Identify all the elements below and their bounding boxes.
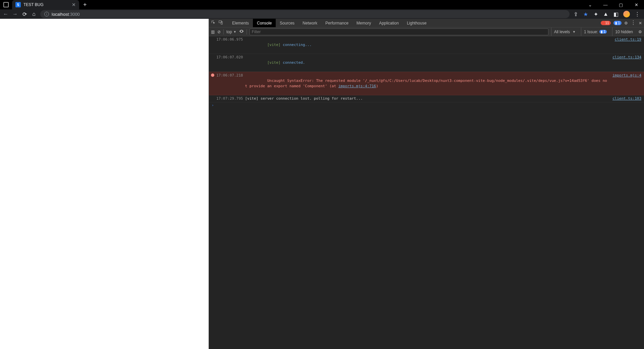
- omnibox[interactable]: i localhost:3000: [40, 10, 570, 18]
- chevron-down-icon[interactable]: ⌄: [582, 0, 598, 9]
- log-timestamp: 17:07:29.795: [216, 96, 243, 101]
- tab-elements[interactable]: Elements: [228, 19, 253, 27]
- issues-button[interactable]: 1 Issue: ▮ 1: [581, 28, 609, 36]
- tab-search-button[interactable]: [0, 0, 12, 9]
- log-message: [vite] connected.: [245, 55, 609, 71]
- site-info-icon[interactable]: i: [44, 12, 49, 16]
- devtools-menu-icon[interactable]: [631, 22, 636, 24]
- content-area: Elements Console Sources Network Perform…: [0, 19, 644, 349]
- log-message: [vite] connecting...: [245, 37, 611, 53]
- browser-titlebar: 5 TEST BUG ✕ + ⌄ — ▢ ✕: [0, 0, 644, 9]
- log-source-link[interactable]: client.ts:103: [612, 96, 641, 101]
- devtools-tabbar: Elements Console Sources Network Perform…: [209, 19, 644, 28]
- tab-network[interactable]: Network: [299, 19, 321, 27]
- log-timestamp: 17:06:06.975: [216, 37, 243, 42]
- devtools-close-icon[interactable]: ✕: [639, 21, 642, 26]
- devtools-settings-icon[interactable]: ⚙: [624, 21, 628, 26]
- share-icon[interactable]: ⇪: [573, 11, 578, 17]
- tab-sources[interactable]: Sources: [276, 19, 299, 27]
- console-filter-input[interactable]: [250, 29, 548, 35]
- forward-button[interactable]: →: [12, 11, 18, 17]
- extensions-icon[interactable]: ✦: [593, 11, 598, 17]
- tab-close-icon[interactable]: ✕: [72, 2, 76, 7]
- devtools-panel: Elements Console Sources Network Perform…: [209, 19, 644, 349]
- url-port: :3000: [69, 12, 80, 17]
- tab-title: TEST BUG: [23, 2, 69, 7]
- sidepanel-icon[interactable]: ◧: [613, 11, 619, 17]
- log-row[interactable]: 17:06:07.020 [vite] connected. client.ts…: [209, 54, 644, 72]
- log-timestamp: 17:06:07.218: [216, 73, 243, 78]
- live-expression-icon[interactable]: [239, 29, 244, 35]
- hidden-messages-label[interactable]: 10 hidden: [612, 28, 636, 36]
- bookmark-star-icon[interactable]: ★: [583, 11, 588, 17]
- tab-console[interactable]: Console: [253, 19, 276, 27]
- clear-console-icon[interactable]: ⊘: [217, 30, 221, 34]
- console-toolbar: ▥ ⊘ top ▼ All levels▼ 1 Issue: ▮ 1 10 hi…: [209, 28, 644, 36]
- error-source-link[interactable]: imports.mjs:4:716: [338, 84, 376, 88]
- url-host: localhost: [52, 12, 69, 17]
- error-count-badge[interactable]: 11: [601, 21, 611, 25]
- log-message: Uncaught SyntaxError: The requested modu…: [245, 73, 609, 94]
- log-source-link[interactable]: imports.mjs:4: [612, 73, 641, 78]
- log-levels-dropdown[interactable]: All levels▼: [551, 28, 578, 36]
- tab-application[interactable]: Application: [375, 19, 403, 27]
- tab-favicon: 5: [15, 2, 21, 7]
- menu-icon[interactable]: [635, 13, 640, 15]
- back-button[interactable]: ←: [3, 11, 9, 17]
- log-row[interactable]: 17:06:06.975 [vite] connecting... client…: [209, 36, 644, 54]
- page-viewport[interactable]: [0, 19, 209, 349]
- browser-tab[interactable]: 5 TEST BUG ✕: [12, 0, 79, 9]
- home-button[interactable]: ⌂: [31, 11, 37, 17]
- tabs-area: 5 TEST BUG ✕ +: [0, 0, 91, 9]
- console-prompt[interactable]: ›: [209, 102, 644, 108]
- close-window-button[interactable]: ✕: [629, 0, 644, 9]
- info-count-badge[interactable]: ▮ 1: [613, 21, 622, 25]
- reload-button[interactable]: ⟳: [21, 11, 28, 17]
- log-timestamp: 17:06:07.020: [216, 55, 243, 60]
- toggle-console-sidebar-icon[interactable]: ▥: [211, 30, 215, 34]
- profile-icon[interactable]: ▲: [603, 11, 608, 17]
- tab-performance[interactable]: Performance: [321, 19, 353, 27]
- window-controls: ⌄ — ▢ ✕: [582, 0, 644, 9]
- log-message: [vite] server connection lost. polling f…: [245, 96, 609, 101]
- log-row-error[interactable]: 17:06:07.218 Uncaught SyntaxError: The r…: [209, 72, 644, 95]
- inspect-element-icon[interactable]: [211, 20, 216, 26]
- address-bar: ← → ⟳ ⌂ i localhost:3000 ⇪ ★ ✦ ▲ ◧: [0, 9, 644, 19]
- log-source-link[interactable]: client.ts:19: [615, 37, 641, 42]
- toolbar-right: ⇪ ★ ✦ ▲ ◧: [573, 11, 641, 17]
- log-row[interactable]: 17:07:29.795 [vite] server connection lo…: [209, 95, 644, 102]
- execution-context-dropdown[interactable]: top ▼: [226, 30, 236, 34]
- avatar[interactable]: [623, 11, 630, 17]
- console-output[interactable]: 17:06:06.975 [vite] connecting... client…: [209, 36, 644, 349]
- new-tab-button[interactable]: +: [79, 1, 91, 8]
- console-settings-icon[interactable]: ⚙: [638, 30, 642, 34]
- log-source-link[interactable]: client.ts:134: [612, 55, 641, 60]
- tab-memory[interactable]: Memory: [353, 19, 375, 27]
- tab-lighthouse[interactable]: Lighthouse: [403, 19, 431, 27]
- maximize-button[interactable]: ▢: [613, 0, 629, 9]
- toggle-device-icon[interactable]: [218, 20, 223, 26]
- minimize-button[interactable]: —: [598, 0, 613, 9]
